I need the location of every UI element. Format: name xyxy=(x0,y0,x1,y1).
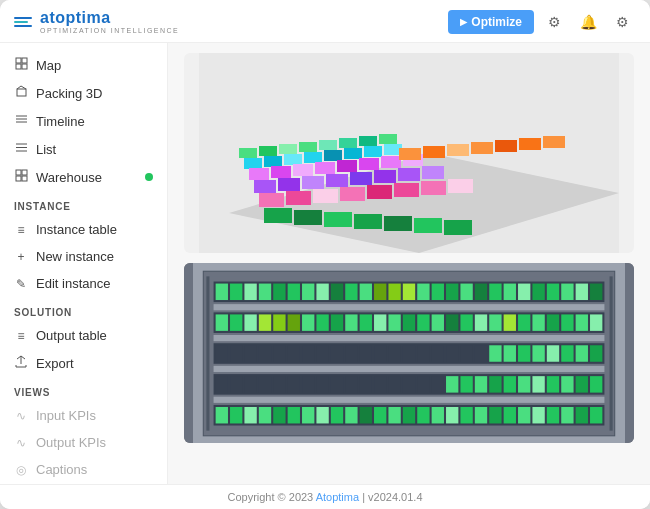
logo-icon xyxy=(14,17,32,27)
bell-icon: 🔔 xyxy=(580,14,597,30)
svg-rect-88 xyxy=(403,284,415,300)
svg-rect-42 xyxy=(278,178,300,191)
sidebar-label-packing3d: Packing 3D xyxy=(36,86,102,101)
sidebar-item-edit-instance[interactable]: ✎ Edit instance xyxy=(0,270,167,297)
svg-rect-81 xyxy=(302,284,314,300)
svg-rect-138 xyxy=(288,345,300,361)
svg-rect-124 xyxy=(504,314,516,330)
svg-rect-4 xyxy=(17,89,26,96)
sidebar-label-captions: Captions xyxy=(36,462,87,477)
svg-rect-120 xyxy=(446,314,458,330)
sidebar-item-export[interactable]: Export xyxy=(0,349,167,377)
sidebar-item-list[interactable]: List xyxy=(0,135,167,163)
svg-rect-211 xyxy=(504,407,516,423)
svg-rect-1 xyxy=(22,58,27,63)
sidebar-item-timeline[interactable]: Timeline xyxy=(0,107,167,135)
svg-rect-173 xyxy=(374,376,386,392)
sidebar-item-warehouse[interactable]: Warehouse xyxy=(0,163,167,191)
svg-rect-107 xyxy=(259,314,271,330)
sidebar-label-new-instance: New instance xyxy=(36,249,114,264)
svg-rect-83 xyxy=(331,284,343,300)
bell-button[interactable]: 🔔 xyxy=(574,8,602,36)
sidebar-item-output-table[interactable]: ≡ Output table xyxy=(0,322,167,349)
svg-rect-157 xyxy=(561,345,573,361)
instance-table-icon: ≡ xyxy=(14,223,28,237)
sidebar-item-instance-table[interactable]: ≡ Instance table xyxy=(0,216,167,243)
section-solution-label: SOLUTION xyxy=(0,297,167,322)
svg-rect-44 xyxy=(326,174,348,187)
svg-rect-159 xyxy=(590,345,602,361)
settings-button[interactable]: ⚙ xyxy=(608,8,636,36)
svg-rect-176 xyxy=(417,376,429,392)
sidebar-label-timeline: Timeline xyxy=(36,114,85,129)
svg-rect-212 xyxy=(518,407,530,423)
svg-rect-131 xyxy=(214,335,605,341)
output-table-icon: ≡ xyxy=(14,329,28,343)
svg-rect-147 xyxy=(417,345,429,361)
gear-icon: ⚙ xyxy=(548,14,561,30)
svg-rect-109 xyxy=(288,314,300,330)
svg-rect-77 xyxy=(244,284,256,300)
svg-rect-148 xyxy=(432,345,444,361)
optimize-button[interactable]: Optimize xyxy=(448,10,534,34)
section-instance-label: INSTANCE xyxy=(0,191,167,216)
sidebar-item-new-instance[interactable]: + New instance xyxy=(0,243,167,270)
svg-rect-187 xyxy=(576,376,588,392)
svg-rect-213 xyxy=(532,407,544,423)
svg-rect-136 xyxy=(259,345,271,361)
warehouse-icon xyxy=(14,169,28,185)
svg-rect-172 xyxy=(360,376,372,392)
svg-rect-137 xyxy=(273,345,285,361)
svg-rect-26 xyxy=(264,156,282,167)
gear-button[interactable]: ⚙ xyxy=(540,8,568,36)
svg-rect-216 xyxy=(576,407,588,423)
sidebar-item-packing3d[interactable]: Packing 3D xyxy=(0,79,167,107)
svg-rect-45 xyxy=(350,172,372,185)
footer-link[interactable]: Atoptima xyxy=(316,491,359,503)
svg-rect-37 xyxy=(337,160,357,172)
svg-rect-167 xyxy=(288,376,300,392)
svg-rect-80 xyxy=(288,284,300,300)
svg-rect-170 xyxy=(331,376,343,392)
svg-rect-135 xyxy=(244,345,256,361)
svg-rect-152 xyxy=(489,345,501,361)
svg-rect-155 xyxy=(532,345,544,361)
svg-rect-149 xyxy=(446,345,458,361)
svg-rect-11 xyxy=(16,170,21,175)
svg-rect-47 xyxy=(398,168,420,181)
svg-rect-29 xyxy=(324,150,342,161)
svg-rect-27 xyxy=(284,154,302,165)
output-kpis-icon: ∿ xyxy=(14,436,28,450)
svg-rect-180 xyxy=(475,376,487,392)
svg-rect-204 xyxy=(403,407,415,423)
svg-rect-121 xyxy=(460,314,472,330)
svg-rect-95 xyxy=(504,284,516,300)
svg-rect-61 xyxy=(495,140,517,152)
svg-rect-92 xyxy=(460,284,472,300)
svg-rect-112 xyxy=(331,314,343,330)
svg-rect-205 xyxy=(417,407,429,423)
svg-rect-46 xyxy=(374,170,396,183)
svg-rect-145 xyxy=(388,345,400,361)
warehouse-2d-view[interactable] xyxy=(184,263,634,443)
svg-rect-49 xyxy=(259,193,284,207)
svg-rect-158 xyxy=(576,345,588,361)
svg-rect-63 xyxy=(543,136,565,148)
footer-copyright: Copyright © 2023 xyxy=(227,491,313,503)
svg-rect-119 xyxy=(432,314,444,330)
svg-rect-24 xyxy=(379,134,397,144)
svg-rect-208 xyxy=(460,407,472,423)
app-window: atoptima OPTIMIZATION INTELLIGENCE Optim… xyxy=(0,0,650,509)
svg-rect-30 xyxy=(344,148,362,159)
svg-rect-101 xyxy=(590,284,602,300)
svg-rect-66 xyxy=(324,212,352,227)
warehouse-3d-view[interactable] xyxy=(184,53,634,253)
svg-rect-51 xyxy=(313,189,338,203)
svg-rect-106 xyxy=(244,314,256,330)
svg-rect-215 xyxy=(561,407,573,423)
sidebar-item-map[interactable]: Map xyxy=(0,51,167,79)
svg-rect-76 xyxy=(230,284,242,300)
svg-rect-142 xyxy=(345,345,357,361)
svg-rect-41 xyxy=(254,180,276,193)
svg-rect-110 xyxy=(302,314,314,330)
